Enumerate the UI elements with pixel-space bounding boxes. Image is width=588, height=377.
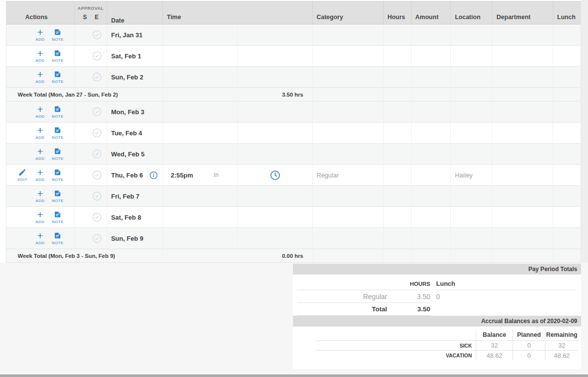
approval-cell: [74, 46, 107, 66]
category-cell: [312, 186, 383, 206]
approval-check-icon[interactable]: [92, 170, 102, 180]
actions-cell: + ADD NOTE: [6, 25, 74, 45]
location-cell: Hailey: [450, 165, 492, 185]
header-lunch: Lunch: [553, 1, 581, 24]
add-button[interactable]: + ADD: [31, 232, 49, 245]
time-detail-cell: [237, 67, 312, 87]
location-cell: [450, 186, 492, 206]
vacation-label: VACATION: [316, 351, 476, 360]
table-row: + ADD NOTE Fri, Feb 7: [6, 186, 581, 207]
approval-check-icon[interactable]: [92, 128, 102, 138]
lunch-column-header: Lunch: [436, 277, 576, 290]
note-button[interactable]: NOTE: [49, 49, 67, 63]
header-hours: Hours: [383, 1, 411, 24]
approval-cell: [74, 25, 107, 45]
bottom-scrollbar-track[interactable]: [0, 375, 588, 377]
table-row: + ADD NOTE Sat, Feb 8: [6, 207, 581, 228]
note-icon: [53, 210, 62, 219]
add-icon: +: [37, 71, 43, 78]
pay-period-totals-header: Pay Period Totals: [293, 264, 581, 275]
add-button[interactable]: + ADD: [31, 190, 49, 203]
amount-cell: [411, 207, 451, 227]
add-button[interactable]: + ADD: [31, 28, 49, 42]
punch-time: 2:55pm: [171, 172, 194, 179]
table-row: + ADD NOTE Wed, Feb 5: [6, 144, 581, 165]
regular-lunch-value: 0: [436, 290, 576, 303]
add-button[interactable]: + ADD: [31, 105, 49, 119]
amount-cell: [411, 228, 451, 249]
total-label: Total: [297, 305, 387, 313]
header-department: Department: [492, 1, 553, 24]
approval-cell: [74, 165, 107, 185]
location-cell: [450, 249, 492, 262]
add-button[interactable]: + ADD: [31, 126, 49, 140]
regular-label: Regular: [297, 293, 387, 301]
add-button[interactable]: + ADD: [31, 71, 49, 84]
add-button[interactable]: + ADD: [31, 148, 49, 161]
approval-header-label: APPROVAL: [78, 6, 104, 11]
approval-check-icon[interactable]: [92, 51, 102, 61]
time-cell: [163, 67, 238, 87]
sick-remaining: 32: [545, 341, 578, 350]
department-cell: [492, 88, 553, 101]
table-header-row: Actions APPROVAL S E Date Time Category …: [6, 1, 581, 25]
hours-cell: [383, 207, 411, 227]
lunch-cell: [553, 144, 581, 164]
date-cell: Wed, Feb 5: [107, 144, 163, 164]
edit-button[interactable]: EDIT: [14, 168, 31, 182]
approval-check-icon[interactable]: [92, 212, 102, 222]
department-cell: [492, 207, 553, 227]
time-detail-cell: [237, 144, 312, 164]
total-row: Total 3.50: [297, 303, 430, 316]
actions-cell: + ADD NOTE: [6, 123, 74, 143]
table-row: + ADD NOTE Sun, Feb 9: [6, 228, 581, 249]
approval-check-icon[interactable]: [92, 107, 102, 117]
hours-cell: [383, 25, 411, 45]
note-icon: [53, 70, 62, 78]
note-button[interactable]: NOTE: [49, 126, 67, 140]
accrual-columns-row: Balance Planned Remaining: [316, 329, 578, 341]
note-button[interactable]: NOTE: [49, 28, 67, 42]
header-approval: APPROVAL S E: [74, 1, 107, 24]
note-button[interactable]: NOTE: [49, 210, 67, 224]
location-cell: [450, 228, 492, 249]
time-detail-cell: [237, 207, 312, 227]
amount-cell: [411, 123, 451, 143]
note-button[interactable]: NOTE: [49, 70, 67, 84]
add-button[interactable]: + ADD: [31, 211, 49, 224]
amount-cell: [411, 25, 451, 45]
time-cell: [163, 144, 238, 164]
add-button[interactable]: + ADD: [31, 50, 49, 63]
balance-column-header: Balance: [476, 329, 513, 340]
add-icon: +: [37, 169, 43, 176]
week-total-row: Week Total (Mon, Feb 3 - Sun, Feb 9) 0.0…: [6, 249, 581, 263]
note-button[interactable]: NOTE: [49, 105, 67, 119]
lunch-cell: [553, 165, 581, 185]
add-button[interactable]: + ADD: [31, 169, 49, 182]
note-button[interactable]: NOTE: [49, 231, 67, 245]
category-cell: [312, 228, 383, 249]
approval-check-icon[interactable]: [92, 149, 102, 159]
approval-check-icon[interactable]: [92, 30, 102, 40]
approval-check-icon[interactable]: [92, 233, 102, 243]
lunch-cell: [553, 123, 581, 143]
lunch-cell: [553, 228, 581, 249]
header-time: Time: [162, 1, 312, 24]
category-cell: [312, 123, 383, 143]
lunch-cell: [553, 25, 581, 45]
note-button[interactable]: NOTE: [49, 147, 67, 161]
info-icon[interactable]: [149, 171, 158, 179]
note-button[interactable]: NOTE: [49, 189, 67, 203]
date-cell: Sat, Feb 1: [107, 46, 163, 66]
sick-label: SICK: [316, 341, 476, 350]
clock-icon[interactable]: [270, 170, 280, 180]
approval-check-icon[interactable]: [92, 72, 102, 82]
lunch-cell: [553, 186, 581, 206]
location-cell: [450, 207, 492, 227]
approval-check-icon[interactable]: [92, 191, 102, 201]
note-button[interactable]: NOTE: [49, 168, 67, 182]
table-row: + ADD NOTE Sun, Feb 2: [6, 67, 581, 88]
approval-cell: [74, 207, 107, 227]
totals-header-row: HOURS: [297, 277, 430, 290]
approval-e-label: E: [95, 14, 98, 21]
